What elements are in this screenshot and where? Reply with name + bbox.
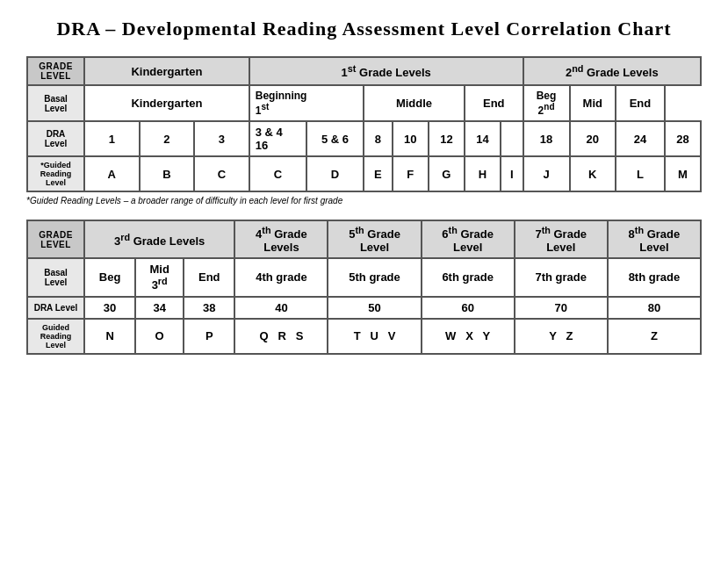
basal-second-beg: Beg2nd: [523, 85, 570, 121]
dra-f6: 12: [429, 121, 465, 156]
dra-label-2: DRA Level: [27, 297, 84, 319]
guided-label-1: *GuidedReadingLevel: [27, 156, 84, 191]
guided2-si: W X Y: [422, 319, 515, 354]
guided2-t3: P: [184, 319, 234, 354]
guided2-se: Y Z: [515, 319, 608, 354]
guided-s1: J: [523, 156, 570, 191]
dra-k3: 3: [194, 121, 249, 156]
dra-ei: 80: [608, 297, 701, 319]
grade-level-label: GRADELEVEL: [27, 57, 84, 85]
guided-f1: C: [249, 156, 306, 191]
basal-seventh: 7th grade: [515, 258, 608, 296]
guided-k3: C: [194, 156, 249, 191]
dra-t2: 34: [135, 297, 184, 319]
dra-f7: 14: [465, 121, 501, 156]
basal-t-end: End: [184, 258, 234, 296]
dra-s2: 20: [570, 121, 616, 156]
basal-second-end: End: [616, 85, 665, 121]
basal-first-beg: Beginning1st: [249, 85, 364, 121]
dra-t1: 30: [84, 297, 135, 319]
chart-section-1: GRADELEVEL Kindergarten 1st Grade Levels…: [26, 56, 702, 205]
dra-label-1: DRALevel: [27, 121, 84, 156]
guided-k1: A: [84, 156, 140, 191]
guided2-fi: T U V: [328, 319, 421, 354]
eighth-grade-header: 8th GradeLevel: [608, 220, 701, 258]
guided-f4: F: [393, 156, 429, 191]
dra-k2: 2: [140, 121, 195, 156]
dra-t3: 38: [184, 297, 234, 319]
basal-label-1: BasalLevel: [27, 85, 84, 121]
basal-kinder: Kindergarten: [84, 85, 249, 121]
second-grade-header: 2nd Grade Levels: [523, 57, 701, 85]
dra-se: 70: [515, 297, 608, 319]
dra-f4: 8: [364, 121, 393, 156]
seventh-grade-header: 7th GradeLevel: [515, 220, 608, 258]
guided-k2: B: [140, 156, 195, 191]
basal-eighth: 8th grade: [608, 258, 701, 296]
dra-fo: 40: [234, 297, 328, 319]
guided-s4: M: [665, 156, 701, 191]
guided-f7: I: [501, 156, 523, 191]
basal-first-end: End: [465, 85, 523, 121]
basal-first-mid: Middle: [364, 85, 465, 121]
first-grade-header: 1st Grade Levels: [249, 57, 523, 85]
guided-s2: K: [570, 156, 616, 191]
footnote-1: *Guided Reading Levels – a broader range…: [26, 196, 702, 205]
dra-fi: 50: [328, 297, 421, 319]
chart-section-2: GRADELEVEL 3rd Grade Levels 4th GradeLev…: [26, 220, 702, 355]
dra-s3: 24: [616, 121, 665, 156]
basal-t-mid: Mid3rd: [135, 258, 184, 296]
guided-f2: D: [306, 156, 364, 191]
dra-si: 60: [422, 297, 515, 319]
dra-s4: 28: [665, 121, 701, 156]
kinder-header: Kindergarten: [84, 57, 249, 85]
guided-label-2: GuidedReadingLevel: [27, 319, 84, 354]
basal-t-beg: Beg: [84, 258, 135, 296]
dra-s1: 18: [523, 121, 570, 156]
page-title: DRA – Developmental Reading Assessment L…: [26, 18, 702, 40]
dra-k1: 1: [84, 121, 140, 156]
basal-second-mid: Mid: [570, 85, 616, 121]
guided-f5: G: [429, 156, 465, 191]
guided2-t1: N: [84, 319, 135, 354]
fifth-grade-header: 5th GradeLevel: [328, 220, 421, 258]
basal-fifth: 5th grade: [328, 258, 421, 296]
guided2-ei: Z: [608, 319, 701, 354]
dra-f1: 3 & 416: [249, 121, 306, 156]
guided2-fo: Q R S: [234, 319, 328, 354]
grade-level-label-2: GRADELEVEL: [27, 220, 84, 258]
guided2-t2: O: [135, 319, 184, 354]
dra-f3: 5 & 6: [306, 121, 364, 156]
sixth-grade-header: 6th GradeLevel: [422, 220, 515, 258]
guided-s3: L: [616, 156, 665, 191]
table-1: GRADELEVEL Kindergarten 1st Grade Levels…: [26, 56, 702, 192]
dra-f-empty: [501, 121, 523, 156]
third-grade-header: 3rd Grade Levels: [84, 220, 234, 258]
guided-f6: H: [465, 156, 501, 191]
table-2: GRADELEVEL 3rd Grade Levels 4th GradeLev…: [26, 220, 702, 355]
guided-f3: E: [364, 156, 393, 191]
fourth-grade-header: 4th GradeLevels: [234, 220, 328, 258]
basal-sixth: 6th grade: [422, 258, 515, 296]
dra-f5: 10: [393, 121, 429, 156]
basal-label-2: BasalLevel: [27, 258, 84, 296]
basal-fourth: 4th grade: [234, 258, 328, 296]
